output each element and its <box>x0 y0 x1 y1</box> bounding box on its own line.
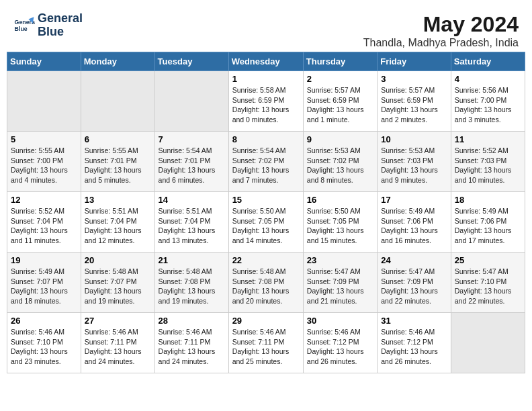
header-cell-friday: Friday <box>378 52 451 71</box>
logo-text: General Blue <box>38 12 83 39</box>
header-cell-tuesday: Tuesday <box>154 52 228 71</box>
calendar-cell <box>451 313 525 373</box>
day-number: 11 <box>455 134 521 144</box>
day-info: Sunrise: 5:48 AMSunset: 7:07 PMDaylight:… <box>85 267 151 306</box>
day-info: Sunrise: 5:53 AMSunset: 7:03 PMDaylight:… <box>381 146 447 185</box>
header-row: SundayMondayTuesdayWednesdayThursdayFrid… <box>7 52 525 71</box>
day-number: 12 <box>11 195 77 205</box>
calendar-cell: 13Sunrise: 5:51 AMSunset: 7:04 PMDayligh… <box>81 192 154 253</box>
day-info: Sunrise: 5:56 AMSunset: 7:00 PMDaylight:… <box>455 85 521 125</box>
day-number: 5 <box>11 134 77 144</box>
calendar-cell: 24Sunrise: 5:47 AMSunset: 7:09 PMDayligh… <box>378 253 451 313</box>
calendar-cell: 22Sunrise: 5:48 AMSunset: 7:08 PMDayligh… <box>228 253 303 313</box>
calendar-body: 1Sunrise: 5:58 AMSunset: 6:59 PMDaylight… <box>7 71 525 373</box>
calendar-cell: 11Sunrise: 5:52 AMSunset: 7:03 PMDayligh… <box>451 132 525 192</box>
day-info: Sunrise: 5:51 AMSunset: 7:04 PMDaylight:… <box>159 206 225 246</box>
calendar-cell: 14Sunrise: 5:51 AMSunset: 7:04 PMDayligh… <box>154 192 228 253</box>
title-section: May 2024 Thandla, Madhya Pradesh, India <box>363 12 519 49</box>
day-info: Sunrise: 5:49 AMSunset: 7:07 PMDaylight:… <box>11 267 77 306</box>
calendar-cell: 27Sunrise: 5:46 AMSunset: 7:11 PMDayligh… <box>81 313 154 373</box>
day-info: Sunrise: 5:46 AMSunset: 7:12 PMDaylight:… <box>381 327 447 367</box>
day-info: Sunrise: 5:58 AMSunset: 6:59 PMDaylight:… <box>232 85 300 125</box>
day-info: Sunrise: 5:46 AMSunset: 7:11 PMDaylight:… <box>85 327 151 367</box>
header-cell-sunday: Sunday <box>7 52 81 71</box>
day-info: Sunrise: 5:46 AMSunset: 7:11 PMDaylight:… <box>232 327 300 367</box>
day-number: 20 <box>85 255 151 265</box>
day-info: Sunrise: 5:55 AMSunset: 7:00 PMDaylight:… <box>11 146 77 185</box>
day-info: Sunrise: 5:47 AMSunset: 7:09 PMDaylight:… <box>381 267 447 306</box>
calendar-cell: 17Sunrise: 5:49 AMSunset: 7:06 PMDayligh… <box>378 192 451 253</box>
day-info: Sunrise: 5:49 AMSunset: 7:06 PMDaylight:… <box>455 206 521 246</box>
day-number: 23 <box>307 255 373 265</box>
location-subtitle: Thandla, Madhya Pradesh, India <box>363 37 519 49</box>
calendar-week-5: 26Sunrise: 5:46 AMSunset: 7:10 PMDayligh… <box>7 313 525 373</box>
day-number: 1 <box>232 74 300 84</box>
day-number: 13 <box>85 195 151 205</box>
day-number: 24 <box>381 255 447 265</box>
day-number: 14 <box>159 195 225 205</box>
day-info: Sunrise: 5:50 AMSunset: 7:05 PMDaylight:… <box>307 206 373 246</box>
day-number: 2 <box>307 74 373 84</box>
header-cell-monday: Monday <box>81 52 154 71</box>
calendar-week-2: 5Sunrise: 5:55 AMSunset: 7:00 PMDaylight… <box>7 132 525 192</box>
day-info: Sunrise: 5:54 AMSunset: 7:01 PMDaylight:… <box>159 146 225 185</box>
day-number: 26 <box>11 316 77 326</box>
day-info: Sunrise: 5:53 AMSunset: 7:02 PMDaylight:… <box>307 146 373 185</box>
day-info: Sunrise: 5:46 AMSunset: 7:11 PMDaylight:… <box>159 327 225 367</box>
calendar-cell: 30Sunrise: 5:46 AMSunset: 7:12 PMDayligh… <box>303 313 377 373</box>
calendar-cell: 12Sunrise: 5:52 AMSunset: 7:04 PMDayligh… <box>7 192 81 253</box>
page-header: General Blue General Blue May 2024 Thand… <box>7 7 525 49</box>
day-info: Sunrise: 5:57 AMSunset: 6:59 PMDaylight:… <box>307 85 373 125</box>
header-cell-saturday: Saturday <box>451 52 525 71</box>
day-number: 7 <box>159 134 225 144</box>
day-info: Sunrise: 5:46 AMSunset: 7:10 PMDaylight:… <box>11 327 77 367</box>
day-info: Sunrise: 5:55 AMSunset: 7:01 PMDaylight:… <box>85 146 151 185</box>
calendar-cell <box>81 71 154 132</box>
calendar-cell: 2Sunrise: 5:57 AMSunset: 6:59 PMDaylight… <box>303 71 377 132</box>
day-info: Sunrise: 5:47 AMSunset: 7:09 PMDaylight:… <box>307 267 373 306</box>
calendar-cell: 29Sunrise: 5:46 AMSunset: 7:11 PMDayligh… <box>228 313 303 373</box>
calendar-cell: 8Sunrise: 5:54 AMSunset: 7:02 PMDaylight… <box>228 132 303 192</box>
calendar-cell: 9Sunrise: 5:53 AMSunset: 7:02 PMDaylight… <box>303 132 377 192</box>
calendar-header: SundayMondayTuesdayWednesdayThursdayFrid… <box>7 52 525 71</box>
day-info: Sunrise: 5:48 AMSunset: 7:08 PMDaylight:… <box>232 267 300 306</box>
calendar-cell: 20Sunrise: 5:48 AMSunset: 7:07 PMDayligh… <box>81 253 154 313</box>
calendar-cell: 10Sunrise: 5:53 AMSunset: 7:03 PMDayligh… <box>378 132 451 192</box>
day-number: 22 <box>232 255 300 265</box>
day-number: 15 <box>232 195 300 205</box>
calendar-cell: 18Sunrise: 5:49 AMSunset: 7:06 PMDayligh… <box>451 192 525 253</box>
calendar-cell: 7Sunrise: 5:54 AMSunset: 7:01 PMDaylight… <box>154 132 228 192</box>
day-number: 6 <box>85 134 151 144</box>
calendar-cell: 16Sunrise: 5:50 AMSunset: 7:05 PMDayligh… <box>303 192 377 253</box>
header-cell-wednesday: Wednesday <box>228 52 303 71</box>
calendar-week-3: 12Sunrise: 5:52 AMSunset: 7:04 PMDayligh… <box>7 192 525 253</box>
day-info: Sunrise: 5:47 AMSunset: 7:10 PMDaylight:… <box>455 267 521 306</box>
calendar-cell <box>154 71 228 132</box>
calendar-cell <box>7 71 81 132</box>
day-info: Sunrise: 5:50 AMSunset: 7:05 PMDaylight:… <box>232 206 300 246</box>
day-number: 4 <box>455 74 521 84</box>
day-number: 30 <box>307 316 373 326</box>
day-number: 28 <box>159 316 225 326</box>
calendar-cell: 19Sunrise: 5:49 AMSunset: 7:07 PMDayligh… <box>7 253 81 313</box>
calendar-cell: 28Sunrise: 5:46 AMSunset: 7:11 PMDayligh… <box>154 313 228 373</box>
day-number: 17 <box>381 195 447 205</box>
logo: General Blue General Blue <box>13 12 83 39</box>
day-number: 29 <box>232 316 300 326</box>
day-number: 18 <box>455 195 521 205</box>
calendar-cell: 23Sunrise: 5:47 AMSunset: 7:09 PMDayligh… <box>303 253 377 313</box>
day-info: Sunrise: 5:52 AMSunset: 7:04 PMDaylight:… <box>11 206 77 246</box>
day-info: Sunrise: 5:49 AMSunset: 7:06 PMDaylight:… <box>381 206 447 246</box>
calendar-cell: 3Sunrise: 5:57 AMSunset: 6:59 PMDaylight… <box>378 71 451 132</box>
header-cell-thursday: Thursday <box>303 52 377 71</box>
calendar-cell: 25Sunrise: 5:47 AMSunset: 7:10 PMDayligh… <box>451 253 525 313</box>
calendar-cell: 15Sunrise: 5:50 AMSunset: 7:05 PMDayligh… <box>228 192 303 253</box>
day-number: 3 <box>381 74 447 84</box>
logo-icon: General Blue <box>13 15 35 36</box>
calendar-week-4: 19Sunrise: 5:49 AMSunset: 7:07 PMDayligh… <box>7 253 525 313</box>
day-info: Sunrise: 5:48 AMSunset: 7:08 PMDaylight:… <box>159 267 225 306</box>
day-number: 10 <box>381 134 447 144</box>
day-number: 9 <box>307 134 373 144</box>
day-info: Sunrise: 5:54 AMSunset: 7:02 PMDaylight:… <box>232 146 300 185</box>
day-number: 25 <box>455 255 521 265</box>
